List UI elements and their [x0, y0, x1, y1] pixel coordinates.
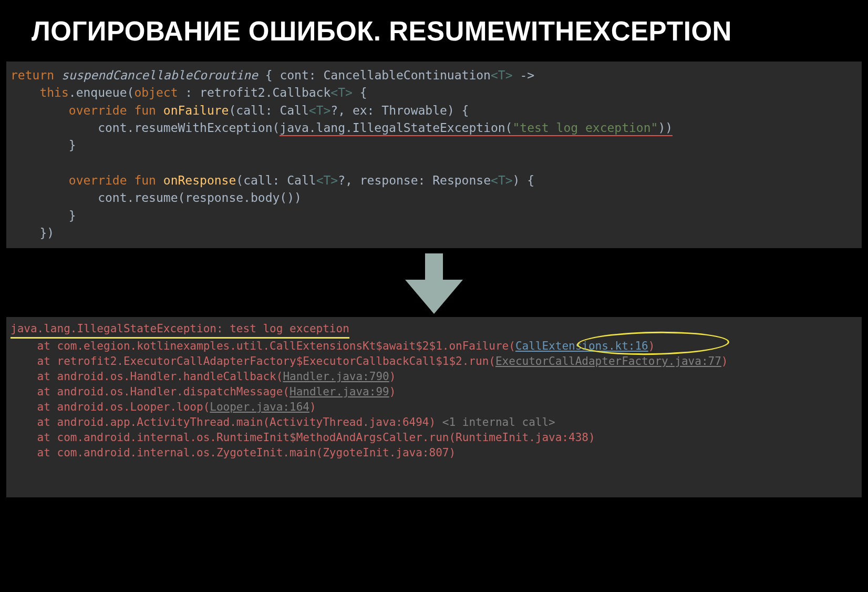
str-msg: "test log exception"	[512, 121, 658, 135]
generic-T: T	[498, 68, 505, 82]
stack-line-4: at android.os.Handler.dispatchMessage(Ha…	[11, 385, 396, 398]
kw-object: object	[134, 86, 178, 99]
fn-suspend: suspendCancellableCoroutine	[61, 68, 258, 82]
exception-header: java.lang.IllegalStateException: test lo…	[11, 321, 349, 339]
close-resp: ) {	[513, 173, 535, 187]
generic-close5: >	[505, 173, 513, 187]
file-link-handler790[interactable]: Handler.java:790	[283, 370, 389, 383]
code-snippet: return suspendCancellableCoroutine { con…	[6, 62, 862, 248]
lbrace2: {	[353, 86, 367, 99]
generic-open3: <	[309, 104, 316, 117]
generic-T2: T	[338, 86, 345, 99]
generic-T4: T	[324, 173, 331, 187]
cont-resume-ex: cont.resumeWithException(	[98, 121, 280, 135]
generic-open5: <	[491, 173, 498, 187]
generic-T3: T	[316, 104, 324, 117]
kw-this: this	[39, 86, 68, 99]
kw-override: override	[69, 104, 127, 117]
onresponse-params: (call: Call	[236, 173, 316, 187]
stack-line-8: at com.android.internal.os.ZygoteInit.ma…	[11, 446, 456, 459]
fn-onresponse: onResponse	[163, 173, 236, 187]
generic-close: >	[505, 68, 513, 82]
rbrace2: }	[69, 209, 76, 222]
onresponse-params2: ?, response: Response	[338, 173, 491, 187]
file-link-looper[interactable]: Looper.java:164	[210, 401, 309, 413]
generic-open2: <	[330, 86, 338, 99]
file-link-handler99[interactable]: Handler.java:99	[290, 385, 389, 398]
enqueue-call: .enqueue(	[69, 86, 135, 99]
callback-type: : retrofit2.Callback	[178, 86, 331, 99]
kw-return: return	[11, 68, 54, 82]
generic-close2: >	[345, 86, 353, 99]
rbrace1: }	[69, 138, 76, 152]
close-paren2: ))	[658, 121, 673, 135]
generic-open: <	[491, 68, 498, 82]
stack-line-7: at com.android.internal.os.RuntimeInit$M…	[11, 431, 595, 444]
arrow: ->	[513, 68, 535, 82]
cont-decl: { cont: CancellableContinuation	[265, 68, 491, 82]
stack-line-2: at retrofit2.ExecutorCallAdapterFactory$…	[11, 355, 728, 368]
stack-line-3: at android.os.Handler.handleCallback(Han…	[11, 370, 396, 383]
onfailure-params: (call: Call	[229, 104, 308, 117]
fn-onfailure: onFailure	[163, 104, 229, 117]
cont-resume: cont.resume(response.body())	[98, 191, 302, 205]
generic-open4: <	[316, 173, 324, 187]
java-ise: java.lang.IllegalStateException(	[280, 121, 512, 135]
internal-call-hint: <1 internal call>	[442, 416, 555, 428]
generic-close4: >	[330, 173, 338, 187]
stack-line-1: at com.elegion.kotlinexamples.util.CallE…	[11, 340, 655, 352]
stack-line-6: at android.app.ActivityThread.main(Activ…	[11, 416, 555, 428]
slide-title: ЛОГИРОВАНИЕ ОШИБОК. RESUMEWITHEXCEPTION	[32, 16, 836, 47]
close-enq: })	[39, 226, 54, 240]
kw-fun2: fun	[134, 173, 156, 187]
arrow-down-icon	[32, 248, 836, 317]
slide-root: ЛОГИРОВАНИЕ ОШИБОК. RESUMEWITHEXCEPTION …	[0, 0, 868, 497]
kw-override2: override	[69, 173, 127, 187]
file-link-callextensions[interactable]: CallExtensions.kt:16	[515, 340, 648, 352]
onfailure-params2: ?, ex: Throwable) {	[330, 104, 469, 117]
file-link-executor[interactable]: ExecutorCallAdapterFactory.java:77	[495, 355, 721, 368]
generic-T5: T	[498, 173, 505, 187]
stack-trace: java.lang.IllegalStateException: test lo…	[6, 317, 862, 497]
kw-fun: fun	[134, 104, 156, 117]
generic-close3: >	[324, 104, 331, 117]
stack-line-5: at android.os.Looper.loop(Looper.java:16…	[11, 401, 316, 413]
